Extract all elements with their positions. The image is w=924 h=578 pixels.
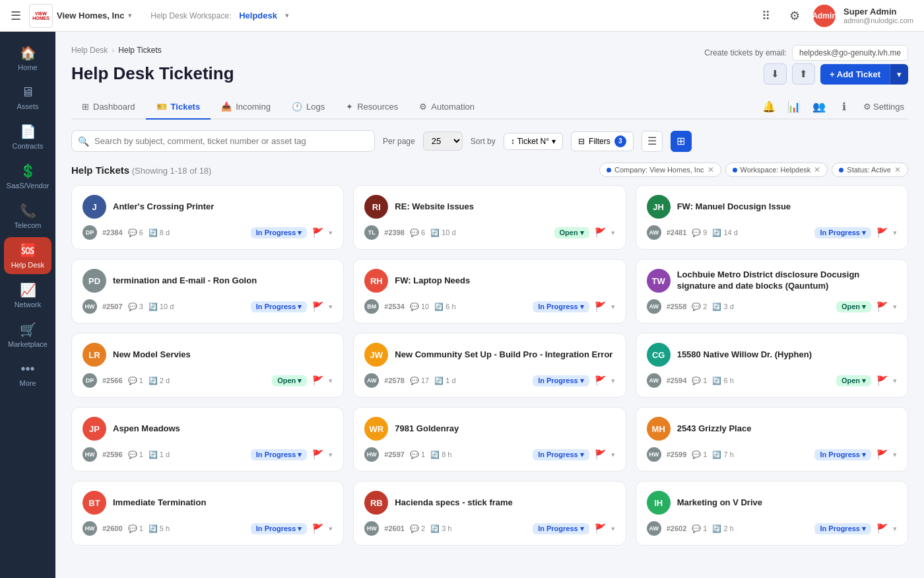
tab-tickets[interactable]: 🎫 Tickets bbox=[146, 95, 211, 120]
ticket-status-badge[interactable]: Open ▾ bbox=[836, 375, 871, 386]
ticket-flag-icon[interactable]: 🚩 bbox=[595, 375, 606, 386]
tab-automation[interactable]: ⚙ Automation bbox=[409, 95, 485, 120]
sort-by-button[interactable]: ↕ Ticket N° ▾ bbox=[504, 133, 563, 150]
ticket-flag-icon[interactable]: 🚩 bbox=[876, 449, 888, 460]
ticket-card[interactable]: IH Marketing on V Drive AW #2602 💬 1 🔄 2… bbox=[636, 481, 908, 546]
ticket-card[interactable]: RI RE: Website Issues TL #2398 💬 6 🔄 10 … bbox=[353, 185, 626, 250]
ticket-card[interactable]: JH FW: Manuel Docusign Issue AW #2481 💬 … bbox=[636, 185, 908, 250]
user-avatar[interactable]: Admin bbox=[813, 5, 836, 27]
add-ticket-button[interactable]: + Add Ticket bbox=[820, 64, 890, 85]
tab-incoming[interactable]: 📥 Incoming bbox=[211, 95, 281, 120]
ticket-card[interactable]: RH FW: Laptop Needs BM #2534 💬 10 🔄 6 h … bbox=[353, 259, 626, 324]
ticket-menu-caret-icon[interactable]: ▾ bbox=[611, 303, 615, 311]
hamburger-menu[interactable]: ☰ bbox=[11, 9, 21, 23]
ticket-card[interactable]: LR New Model Servies DP #2566 💬 1 🔄 2 d … bbox=[71, 333, 344, 398]
ticket-status-badge[interactable]: Open ▾ bbox=[554, 227, 589, 238]
ticket-menu-caret-icon[interactable]: ▾ bbox=[329, 229, 333, 237]
ticket-flag-icon[interactable]: 🚩 bbox=[595, 227, 606, 238]
filters-button[interactable]: ⊟ Filters 3 bbox=[571, 131, 634, 151]
ticket-flag-icon[interactable]: 🚩 bbox=[876, 227, 888, 238]
ticket-status-badge[interactable]: In Progress ▾ bbox=[533, 523, 589, 534]
ticket-flag-icon[interactable]: 🚩 bbox=[876, 523, 888, 534]
sidebar-item-assets[interactable]: 🖥 Assets bbox=[4, 79, 51, 116]
tab-resources[interactable]: ✦ Resources bbox=[335, 95, 409, 120]
ticket-menu-caret-icon[interactable]: ▾ bbox=[893, 451, 897, 459]
ticket-menu-caret-icon[interactable]: ▾ bbox=[329, 451, 333, 459]
sidebar-item-saas-vendor[interactable]: 💲 SaaS/Vendor bbox=[4, 158, 51, 195]
ticket-flag-icon[interactable]: 🚩 bbox=[876, 375, 888, 386]
ticket-menu-caret-icon[interactable]: ▾ bbox=[329, 377, 333, 385]
ticket-menu-caret-icon[interactable]: ▾ bbox=[893, 229, 897, 237]
company-caret-icon[interactable]: ▾ bbox=[128, 11, 132, 20]
sidebar-item-home[interactable]: 🏠 Home bbox=[4, 40, 51, 77]
apps-icon[interactable]: ⠿ bbox=[755, 5, 776, 26]
ticket-card[interactable]: PD termination and E-mail - Ron Golon HW… bbox=[71, 259, 344, 324]
ticket-menu-caret-icon[interactable]: ▾ bbox=[611, 451, 615, 459]
ticket-flag-icon[interactable]: 🚩 bbox=[312, 449, 323, 460]
list-view-button[interactable]: ☰ bbox=[642, 131, 663, 152]
ticket-card[interactable]: J Antler's Crossing Printer DP #2384 💬 6… bbox=[71, 185, 344, 250]
download-button[interactable]: ⬇ bbox=[764, 63, 787, 85]
ticket-menu-caret-icon[interactable]: ▾ bbox=[329, 303, 333, 311]
upload-button[interactable]: ⬆ bbox=[792, 63, 815, 85]
filter-remove-company[interactable]: ✕ bbox=[708, 165, 714, 174]
settings-icon[interactable]: ⚙ Settings bbox=[859, 97, 908, 117]
ticket-flag-icon[interactable]: 🚩 bbox=[595, 301, 606, 312]
ticket-menu-caret-icon[interactable]: ▾ bbox=[329, 524, 333, 533]
tab-dashboard[interactable]: ⊞ Dashboard bbox=[71, 95, 146, 120]
tab-logs[interactable]: 🕐 Logs bbox=[281, 95, 335, 120]
filter-remove-workspace[interactable]: ✕ bbox=[814, 165, 820, 174]
info-icon[interactable]: ℹ bbox=[834, 97, 854, 117]
grid-view-button[interactable]: ⊞ bbox=[671, 131, 692, 152]
people-icon[interactable]: 👥 bbox=[809, 97, 829, 117]
search-input[interactable] bbox=[71, 130, 375, 152]
settings-gear-icon[interactable]: ⚙ bbox=[784, 5, 805, 26]
ticket-card[interactable]: TW Lochbuie Metro District disclosure Do… bbox=[636, 259, 908, 324]
ticket-card[interactable]: MH 2543 Grizzly Place HW #2599 💬 1 🔄 7 h… bbox=[636, 407, 908, 472]
sidebar-item-contracts[interactable]: 📄 Contracts bbox=[4, 118, 51, 155]
per-page-select[interactable]: 25 50 100 bbox=[423, 131, 463, 151]
ticket-card[interactable]: CG 15580 Native Willow Dr. (Hyphen) AW #… bbox=[636, 333, 908, 398]
ticket-card[interactable]: JP Aspen Meadows HW #2596 💬 1 🔄 1 d In P… bbox=[71, 407, 344, 472]
ticket-status-badge[interactable]: In Progress ▾ bbox=[814, 227, 871, 238]
notifications-icon[interactable]: 🔔 bbox=[759, 97, 779, 117]
ticket-status-badge[interactable]: In Progress ▾ bbox=[251, 449, 308, 460]
ticket-flag-icon[interactable]: 🚩 bbox=[876, 301, 888, 312]
ticket-status-badge[interactable]: In Progress ▾ bbox=[533, 301, 589, 312]
ticket-menu-caret-icon[interactable]: ▾ bbox=[611, 377, 615, 385]
filter-remove-status[interactable]: ✕ bbox=[894, 165, 901, 174]
ticket-menu-caret-icon[interactable]: ▾ bbox=[893, 303, 897, 311]
workspace-caret-icon[interactable]: ▾ bbox=[285, 11, 289, 20]
sidebar-item-more[interactable]: ••• More bbox=[4, 356, 51, 392]
add-ticket-caret[interactable]: ▾ bbox=[890, 64, 908, 85]
ticket-menu-caret-icon[interactable]: ▾ bbox=[611, 524, 615, 533]
sidebar-item-marketplace[interactable]: 🛒 Marketplace bbox=[4, 316, 51, 353]
ticket-menu-caret-icon[interactable]: ▾ bbox=[611, 229, 615, 237]
ticket-status-badge[interactable]: In Progress ▾ bbox=[533, 449, 589, 460]
breadcrumb-helpdesk[interactable]: Help Desk bbox=[71, 46, 108, 55]
ticket-flag-icon[interactable]: 🚩 bbox=[595, 449, 606, 460]
ticket-card[interactable]: RB Hacienda specs - stick frame HW #2601… bbox=[353, 481, 626, 546]
ticket-card[interactable]: JW New Community Set Up - Build Pro - In… bbox=[353, 333, 626, 398]
chart-icon[interactable]: 📊 bbox=[784, 97, 804, 117]
ticket-status-badge[interactable]: In Progress ▾ bbox=[814, 449, 871, 460]
ticket-card[interactable]: WR 7981 Goldenray HW #2597 💬 1 🔄 8 h In … bbox=[353, 407, 626, 472]
ticket-flag-icon[interactable]: 🚩 bbox=[595, 523, 606, 534]
ticket-menu-caret-icon[interactable]: ▾ bbox=[893, 524, 897, 533]
logo[interactable]: VIEWHOMES View Homes, Inc ▾ bbox=[29, 4, 132, 28]
sidebar-item-network[interactable]: 📈 Network bbox=[4, 277, 51, 314]
company-name[interactable]: View Homes, Inc bbox=[57, 11, 124, 20]
ticket-status-badge[interactable]: In Progress ▾ bbox=[814, 523, 871, 534]
ticket-card[interactable]: BT Immediate Termination HW #2600 💬 1 🔄 … bbox=[71, 481, 344, 546]
ticket-status-badge[interactable]: Open ▾ bbox=[272, 375, 307, 386]
ticket-status-badge[interactable]: In Progress ▾ bbox=[251, 227, 308, 238]
workspace-name[interactable]: Helpdesk bbox=[239, 11, 277, 20]
ticket-menu-caret-icon[interactable]: ▾ bbox=[893, 377, 897, 385]
ticket-status-badge[interactable]: Open ▾ bbox=[836, 301, 871, 312]
ticket-status-badge[interactable]: In Progress ▾ bbox=[251, 301, 308, 312]
ticket-status-badge[interactable]: In Progress ▾ bbox=[251, 523, 308, 534]
ticket-flag-icon[interactable]: 🚩 bbox=[312, 301, 323, 312]
ticket-flag-icon[interactable]: 🚩 bbox=[312, 523, 323, 534]
sidebar-item-help-desk[interactable]: 🆘 Help Desk bbox=[4, 237, 51, 274]
ticket-flag-icon[interactable]: 🚩 bbox=[312, 375, 323, 386]
